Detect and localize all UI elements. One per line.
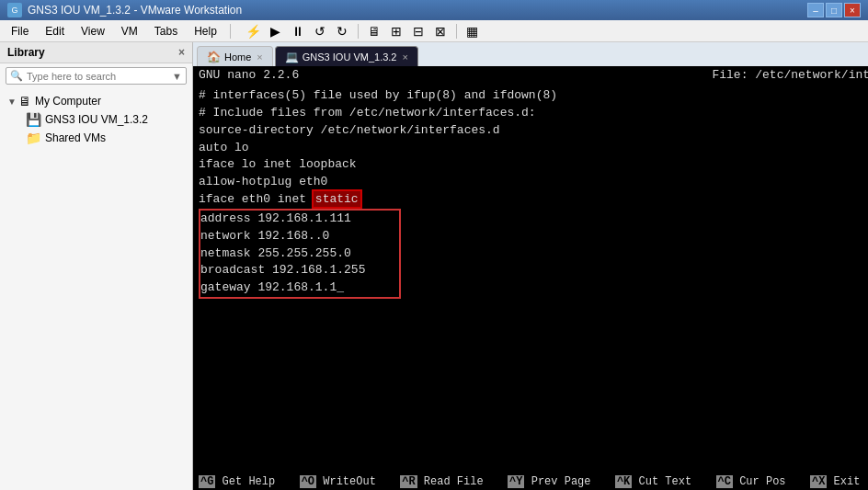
nano-command-row: ^X Exit ^J Justify ^W Where Is ^V Next P… (805, 473, 868, 490)
nano-key: ^R (400, 475, 417, 488)
toolbar-icon-display[interactable]: 🖥 (364, 22, 384, 40)
nano-filename: File: /etc/network/interfaces (712, 68, 868, 82)
nano-cmd-item: ^G Get Help (193, 473, 294, 490)
toolbar-sep3 (456, 24, 457, 39)
vm-icon: 💾 (26, 112, 41, 127)
nano-cmd-item: ^Y Prev Page (502, 473, 610, 490)
nano-cmd-item: ^X Exit (805, 473, 868, 490)
tab-bar: 🏠 Home × 💻 GNS3 IOU VM_1.3.2 × (193, 42, 868, 66)
toolbar-icon-snap1[interactable]: ⊞ (386, 22, 406, 40)
tree-label-shared-vms: Shared VMs (45, 131, 106, 144)
right-panel: 🏠 Home × 💻 GNS3 IOU VM_1.3.2 × GNU nano … (193, 42, 868, 490)
terminal-body[interactable]: # interfaces(5) file used by ifup(8) and… (193, 84, 868, 473)
tree-area: ▼ 🖥 My Computer 💾 GNS3 IOU VM_1.3.2 📁 Sh… (0, 88, 192, 490)
nano-cmd-item: ^O WriteOut (294, 473, 395, 490)
shared-vms-icon: 📁 (26, 131, 41, 145)
nano-commands: ^G Get Help ^O WriteOut ^R Read File ^Y … (193, 473, 868, 490)
toolbar-icon-snap2[interactable]: ⊟ (408, 22, 428, 40)
terminal-line: allow-hotplug eth0 (199, 174, 868, 191)
tree-label-gns3-vm: GNS3 IOU VM_1.3.2 (45, 113, 148, 126)
nano-command-row: ^G Get Help ^O WriteOut ^R Read File ^Y … (193, 473, 805, 490)
tab-home-close[interactable]: × (257, 51, 262, 63)
tab-gns3-vm[interactable]: 💻 GNS3 IOU VM_1.3.2 × (275, 46, 418, 66)
menu-tabs[interactable]: Tabs (147, 23, 185, 40)
terminal-line: auto lo (199, 140, 868, 157)
menu-view[interactable]: View (74, 23, 112, 40)
tab-home-label: Home (224, 51, 251, 63)
terminal-line: source-directory /etc/network/interfaces… (199, 122, 868, 140)
app-icon-letter: G (11, 6, 17, 15)
vm-tab-icon: 💻 (285, 51, 299, 63)
app-icon: G (7, 3, 22, 17)
terminal-header: GNU nano 2.2.6 File: /etc/network/interf… (193, 66, 868, 84)
maximize-button[interactable]: □ (826, 3, 842, 17)
nano-title: GNU nano 2.2.6 (199, 68, 299, 82)
nano-key: ^O (300, 475, 316, 488)
nano-key: ^G (199, 475, 215, 488)
main-container: Library × 🔍 ▼ ▼ 🖥 My Computer 💾 GNS3 IOU… (0, 42, 868, 490)
nano-key: ^X (810, 475, 827, 488)
window-title: GNS3 IOU VM_1.3.2 - VMware Workstation (28, 4, 807, 17)
toolbar-icon-pipe[interactable]: ⚡ (244, 22, 264, 40)
toolbar-separator (230, 24, 231, 39)
tree-expand-arrow: ▼ (7, 97, 17, 107)
terminal-line: gateway 192.168.1.1_ (200, 279, 399, 297)
toolbar-icon-pause[interactable]: ⏸ (288, 22, 308, 40)
tab-gns3-label: GNS3 IOU VM_1.3.2 (303, 51, 397, 63)
nano-key: ^Y (508, 475, 524, 488)
tree-item-shared-vms[interactable]: 📁 Shared VMs (22, 129, 188, 147)
nano-cmd-item: ^C Cur Pos (711, 473, 805, 490)
nano-key: ^K (615, 475, 632, 488)
close-button[interactable]: × (844, 3, 861, 17)
terminal-line: broadcast 192.168.1.255 (200, 262, 399, 279)
menu-edit[interactable]: Edit (38, 23, 72, 40)
terminal[interactable]: GNU nano 2.2.6 File: /etc/network/interf… (193, 66, 868, 490)
menu-vm[interactable]: VM (114, 23, 145, 40)
tree-children: 💾 GNS3 IOU VM_1.3.2 📁 Shared VMs (22, 110, 188, 147)
toolbar-sep2 (358, 24, 359, 39)
title-bar: G GNS3 IOU VM_1.3.2 - VMware Workstation… (0, 0, 868, 20)
sidebar-close-button[interactable]: × (178, 46, 185, 59)
search-box[interactable]: 🔍 ▼ (6, 67, 187, 85)
computer-icon: 🖥 (18, 94, 31, 108)
sidebar-header: Library × (0, 42, 192, 63)
terminal-line: # interfaces(5) file used by ifup(8) and… (199, 87, 868, 105)
tab-home[interactable]: 🏠 Home × (197, 46, 273, 66)
terminal-line: iface eth0 inet static (199, 191, 868, 209)
home-tab-icon: 🏠 (207, 51, 221, 63)
toolbar-icon-snap3[interactable]: ⊠ (430, 22, 451, 40)
toolbar: ⚡ ▶ ⏸ ↺ ↻ 🖥 ⊞ ⊟ ⊠ ▦ (244, 22, 483, 40)
highlight-word: static (314, 191, 360, 207)
sidebar-title: Library (7, 46, 45, 59)
search-icon: 🔍 (10, 70, 23, 82)
sidebar: Library × 🔍 ▼ ▼ 🖥 My Computer 💾 GNS3 IOU… (0, 42, 193, 490)
terminal-line: iface lo inet loopback (199, 156, 868, 174)
menu-help[interactable]: Help (187, 23, 224, 40)
minimize-button[interactable]: – (807, 3, 824, 17)
tree-item-gns3-vm[interactable]: 💾 GNS3 IOU VM_1.3.2 (22, 110, 188, 129)
nano-cmd-item: ^R Read File (394, 473, 502, 490)
terminal-line: network 192.168..0 (200, 228, 399, 245)
toolbar-icon-refresh2[interactable]: ↻ (332, 22, 352, 40)
search-input[interactable] (27, 71, 172, 82)
nano-cmd-item: ^K Cut Text (610, 473, 711, 490)
tab-gns3-close[interactable]: × (403, 51, 408, 63)
terminal-line: # Include files from /etc/network/interf… (199, 105, 868, 122)
toolbar-icon-view[interactable]: ▦ (463, 22, 483, 40)
tree-item-my-computer[interactable]: ▼ 🖥 My Computer (4, 92, 188, 110)
menu-file[interactable]: File (4, 23, 36, 40)
terminal-line: address 192.168.1.111 (200, 211, 399, 228)
terminal-line: netmask 255.255.255.0 (200, 245, 399, 263)
window-controls: – □ × (807, 3, 861, 17)
search-dropdown-icon[interactable]: ▼ (172, 71, 182, 82)
toolbar-icon-refresh[interactable]: ↺ (310, 22, 330, 40)
toolbar-icon-power[interactable]: ▶ (266, 22, 286, 40)
selection-box: address 192.168.1.111network 192.168..0n… (199, 209, 401, 299)
nano-key: ^C (716, 475, 733, 488)
tree-label-my-computer: My Computer (35, 95, 101, 108)
menu-bar: File Edit View VM Tabs Help ⚡ ▶ ⏸ ↺ ↻ 🖥 … (0, 20, 868, 42)
